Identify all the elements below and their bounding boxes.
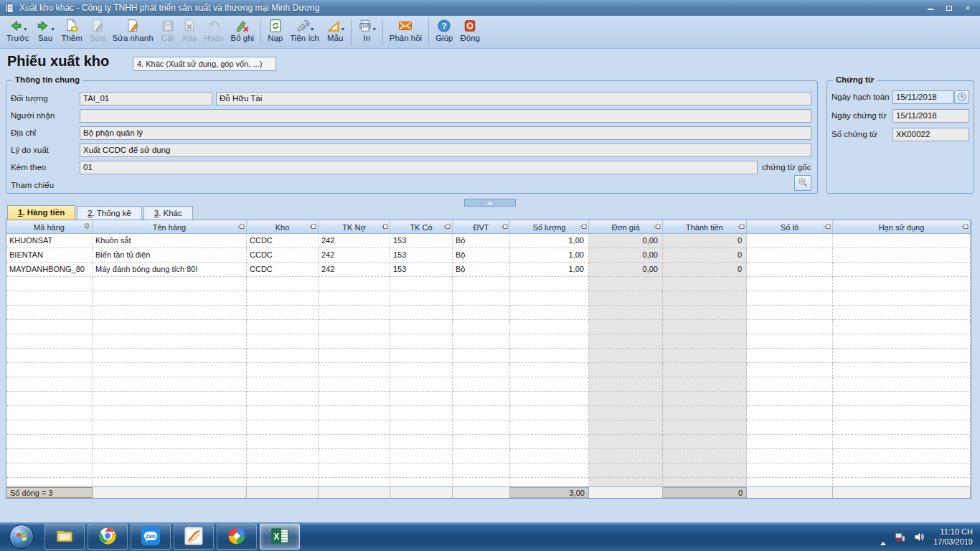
toolbar-button-bo-ghi[interactable]: Bỏ ghi <box>227 17 258 42</box>
grid-header-don-gia[interactable]: Đơn giá <box>589 220 663 234</box>
grid-header-ma-hang[interactable]: Mã hàng <box>6 220 93 234</box>
grid-header-thanh-tien[interactable]: Thành tiền <box>663 220 747 234</box>
ly-do-xuat-field[interactable]: Xuất CCDC để sử dụng <box>80 143 811 157</box>
grid-header-dvt[interactable]: ĐVT <box>453 220 510 234</box>
ngay-chung-tu-field[interactable]: 15/11/2018 <box>892 109 969 123</box>
grid-cell-tk-no[interactable]: 242 <box>319 263 390 277</box>
pin-icon[interactable] <box>580 223 587 230</box>
toolbar-button-mau[interactable]: ▾Mẫu <box>323 17 348 42</box>
tham-chieu-lookup-button[interactable] <box>794 175 811 191</box>
toolbar-button-giup[interactable]: ?Giúp <box>432 17 456 42</box>
grid-cell-tk-co[interactable]: 153 <box>390 248 453 263</box>
volume-icon[interactable] <box>914 532 925 542</box>
grid-cell-so-luong[interactable]: 1,00 <box>510 234 589 248</box>
grid-header-tk-co[interactable]: TK Có <box>390 220 453 234</box>
grid-header-ten-hang[interactable]: Tên hàng <box>93 220 247 234</box>
start-button[interactable] <box>4 523 39 550</box>
toolbar-button-tien-ich[interactable]: ▾Tiện ích <box>286 17 322 42</box>
ngay-hach-toan-field[interactable]: 15/11/2018 <box>892 90 953 104</box>
toolbar-button-truoc[interactable]: ▾Trước <box>3 17 32 42</box>
grid-cell-thanh-tien[interactable]: 0 <box>663 248 747 263</box>
dropdown-caret-icon[interactable]: ▾ <box>24 26 27 33</box>
grid-cell-ma-hang[interactable]: MAYDANHBONG_80 <box>6 263 93 277</box>
grid-cell-dvt[interactable]: Bộ <box>453 248 510 263</box>
taskbar-app-pinwheel[interactable] <box>217 524 257 550</box>
dropdown-caret-icon[interactable]: ▾ <box>341 26 344 33</box>
pin-icon[interactable] <box>309 223 316 230</box>
pin-icon[interactable] <box>824 223 831 230</box>
grid-cell-kho[interactable]: CCDC <box>247 234 319 248</box>
grid-header-kho[interactable]: Kho <box>247 220 319 234</box>
hidden-icons-arrow[interactable] <box>880 532 886 542</box>
restore-button[interactable] <box>944 3 954 13</box>
toolbar-button-sau[interactable]: ▾Sau <box>32 17 57 42</box>
grid-cell-kho[interactable]: CCDC <box>247 248 319 263</box>
pin-icon[interactable] <box>381 223 388 230</box>
toolbar-button-them[interactable]: Thêm <box>57 17 85 42</box>
grid-cell-thanh-tien[interactable]: 0 <box>663 263 747 277</box>
date-picker-button[interactable] <box>954 90 969 104</box>
grid-cell-so-luong[interactable]: 1,00 <box>510 248 589 263</box>
grid-header-han-su-dung[interactable]: Hạn sử dụng <box>833 220 971 234</box>
kem-theo-field[interactable]: 01 <box>80 161 758 174</box>
grid-header-so-luong[interactable]: Số lượng <box>510 220 589 234</box>
grid-cell-so-lo[interactable] <box>747 263 833 277</box>
taskbar-app-explorer[interactable] <box>44 524 85 550</box>
tab-hang-tien[interactable]: 1. Hàng tiền <box>7 205 75 220</box>
toolbar-button-phan-hoi[interactable]: Phản hồi <box>386 17 425 42</box>
toolbar-button-nap[interactable]: Nạp <box>264 17 286 42</box>
toolbar-button-sua-nhanh[interactable]: Sửa nhanh <box>109 17 157 42</box>
pin-icon[interactable] <box>961 223 969 230</box>
grid-cell-tk-co[interactable]: 153 <box>390 234 453 248</box>
toolbar-button-dong[interactable]: Đóng <box>456 17 484 42</box>
pin-icon[interactable] <box>443 223 451 230</box>
collapse-panel-button[interactable] <box>464 199 516 207</box>
tab-khac[interactable]: 3. Khác <box>143 206 193 220</box>
doi-tuong-name-field[interactable]: Đỗ Hữu Tài <box>216 92 811 105</box>
voucher-type-box[interactable]: 4. Khác (Xuất sử dụng, góp vốn, ...) <box>133 57 276 71</box>
close-button[interactable]: × <box>963 3 973 13</box>
so-chung-tu-field[interactable]: XK00022 <box>892 128 969 141</box>
grid-cell-han-su-dung[interactable] <box>833 248 971 263</box>
grid-cell-kho[interactable]: CCDC <box>247 263 319 277</box>
grid-cell-don-gia[interactable]: 0,00 <box>589 263 663 277</box>
nguoi-nhan-field[interactable] <box>80 109 811 123</box>
grid-cell-so-lo[interactable] <box>747 248 833 263</box>
grid-cell-dvt[interactable]: Bộ <box>453 263 510 277</box>
taskbar-app-zalo[interactable]: Zalo <box>131 524 171 550</box>
pin-icon[interactable] <box>738 223 745 230</box>
tab-thong-ke[interactable]: 2. Thống kê <box>77 206 142 220</box>
grid-cell-tk-co[interactable]: 153 <box>390 263 453 277</box>
dropdown-caret-icon[interactable]: ▾ <box>373 26 376 33</box>
dropdown-caret-icon[interactable]: ▾ <box>311 26 314 33</box>
grid-cell-ma-hang[interactable]: BIENTAN <box>6 248 93 263</box>
grid-cell-don-gia[interactable]: 0,00 <box>589 248 663 263</box>
grid-cell-ten-hang[interactable]: Biến tần tủ điện <box>93 248 247 263</box>
grid-cell-ten-hang[interactable]: Khuôn sắt <box>93 234 247 248</box>
grid-cell-ma-hang[interactable]: KHUONSAT <box>6 234 93 248</box>
taskbar-app-excel[interactable]: X <box>260 524 300 550</box>
network-disconnected-icon[interactable] <box>895 532 905 542</box>
grid-cell-don-gia[interactable]: 0,00 <box>589 234 663 248</box>
clock[interactable]: 11:10 CH 17/03/2019 <box>933 527 973 547</box>
dropdown-caret-icon[interactable]: ▾ <box>51 26 54 33</box>
grid-cell-han-su-dung[interactable] <box>833 263 971 277</box>
grid-cell-so-lo[interactable] <box>747 234 833 248</box>
grid-cell-tk-no[interactable]: 242 <box>319 248 390 263</box>
pin-icon[interactable] <box>83 223 90 230</box>
minimize-button[interactable] <box>925 3 936 13</box>
taskbar-app-misa[interactable] <box>174 524 214 550</box>
grid-cell-thanh-tien[interactable]: 0 <box>663 234 747 248</box>
toolbar-button-in[interactable]: ▾In <box>354 17 380 42</box>
dia-chi-field[interactable]: Bộ phận quản lý <box>80 126 811 140</box>
doi-tuong-code-field[interactable]: TAI_01 <box>80 92 212 105</box>
pin-icon[interactable] <box>501 223 508 230</box>
pin-icon[interactable] <box>237 223 245 230</box>
pin-icon[interactable] <box>654 223 661 230</box>
grid-cell-so-luong[interactable]: 1,00 <box>510 263 589 277</box>
grid-cell-dvt[interactable]: Bộ <box>453 234 510 248</box>
grid-cell-tk-no[interactable]: 242 <box>319 234 390 248</box>
grid-header-tk-no[interactable]: TK Nợ <box>319 220 390 234</box>
grid-header-so-lo[interactable]: Số lô <box>747 220 833 234</box>
taskbar-app-chrome[interactable] <box>88 524 128 550</box>
